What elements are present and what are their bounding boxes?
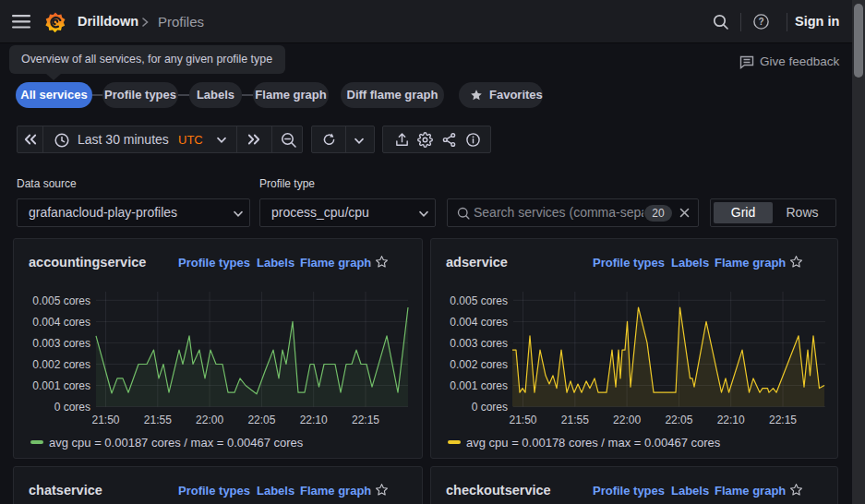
svg-text:22:05: 22:05	[247, 414, 275, 426]
svg-text:22:05: 22:05	[665, 414, 692, 426]
svg-text:0.005 cores: 0.005 cores	[450, 294, 508, 307]
svg-text:22:00: 22:00	[613, 414, 641, 426]
svg-text:0 cores: 0 cores	[472, 401, 508, 414]
svg-text:0.002 cores: 0.002 cores	[450, 358, 508, 371]
svg-text:0.002 cores: 0.002 cores	[32, 358, 90, 371]
svg-text:0.004 cores: 0.004 cores	[450, 316, 508, 329]
svg-text:0 cores: 0 cores	[54, 401, 90, 414]
svg-text:21:55: 21:55	[561, 414, 589, 426]
svg-text:0.004 cores: 0.004 cores	[32, 316, 90, 329]
svg-text:22:00: 22:00	[196, 414, 223, 426]
svg-text:22:15: 22:15	[352, 414, 379, 426]
svg-text:21:55: 21:55	[144, 414, 172, 426]
svg-text:0.005 cores: 0.005 cores	[32, 294, 90, 307]
svg-text:0.003 cores: 0.003 cores	[32, 337, 90, 350]
svg-text:?: ?	[758, 17, 763, 27]
svg-text:0.001 cores: 0.001 cores	[450, 379, 508, 392]
svg-text:22:15: 22:15	[769, 414, 797, 426]
svg-text:22:10: 22:10	[300, 414, 328, 426]
svg-text:0.003 cores: 0.003 cores	[450, 337, 508, 350]
svg-text:21:50: 21:50	[91, 414, 119, 426]
svg-text:22:10: 22:10	[717, 414, 745, 426]
svg-text:0.001 cores: 0.001 cores	[32, 379, 90, 392]
svg-text:21:50: 21:50	[509, 414, 536, 426]
